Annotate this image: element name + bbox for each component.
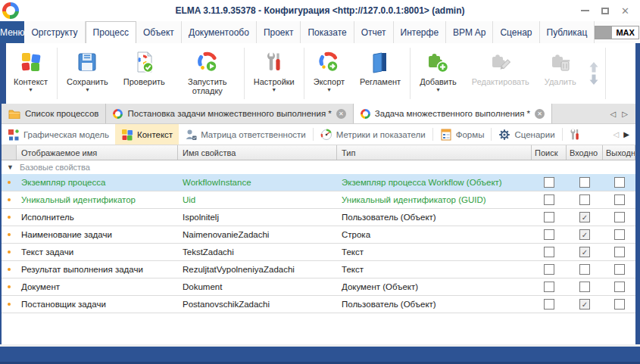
menu-tab-label: Отчет	[361, 27, 386, 38]
property-name-cell: Dokument	[178, 278, 337, 295]
tab-tools-partial[interactable]	[564, 124, 586, 145]
output-checkbox[interactable]	[614, 247, 625, 257]
table-row[interactable]: Текст задачи TekstZadachi Текст	[2, 244, 635, 261]
menu-tab[interactable]: Сценар	[493, 21, 539, 43]
table-row[interactable]: Результат выполнения задачи RezuljtatVyp…	[2, 261, 635, 278]
max-toggle[interactable]: MAX	[595, 26, 638, 39]
add-button[interactable]: Добавить ▾	[412, 43, 464, 104]
menu-tab[interactable]: Проект	[257, 21, 301, 43]
diagram-icon	[8, 129, 20, 141]
menu-button[interactable]: Меню	[0, 21, 24, 43]
output-checkbox[interactable]	[614, 177, 625, 188]
table-row[interactable]: Документ Dokument Документ (Объект)	[2, 278, 635, 296]
header-property-name[interactable]: Имя свойства	[178, 145, 337, 160]
context-button[interactable]: Контекст ▾	[6, 43, 55, 104]
output-checkbox[interactable]	[614, 264, 625, 275]
reorder-arrows	[584, 43, 604, 104]
input-cell	[567, 191, 603, 208]
input-checkbox[interactable]	[579, 247, 590, 257]
input-checkbox[interactable]	[579, 177, 590, 188]
tab-forms[interactable]: Формы	[434, 124, 491, 145]
display-name-cell: Наименование задачи	[17, 226, 178, 243]
menu-tab[interactable]: Отчет	[354, 21, 394, 43]
group-label: Базовые свойства	[20, 163, 90, 172]
search-checkbox[interactable]	[544, 264, 554, 275]
save-button[interactable]: Сохранить ▾	[59, 43, 116, 104]
menu-tab[interactable]: Публикац	[540, 21, 595, 43]
tab-metrics[interactable]: Метрики и показатели	[314, 124, 432, 145]
header-display-name[interactable]: Отображаемое имя	[17, 145, 178, 160]
output-checkbox[interactable]	[614, 194, 625, 205]
search-checkbox[interactable]	[544, 282, 554, 292]
search-checkbox[interactable]	[544, 177, 554, 188]
menu-tab[interactable]: Показате	[301, 21, 354, 43]
export-button[interactable]: Экспорт ▾	[306, 43, 352, 104]
search-checkbox[interactable]	[544, 229, 554, 240]
output-checkbox[interactable]	[614, 282, 625, 292]
table-row[interactable]: Исполнитель Ispolnitelj Пользователь (Об…	[2, 209, 635, 226]
input-checkbox[interactable]	[579, 194, 590, 205]
input-checkbox[interactable]	[579, 282, 590, 292]
subtabs-scroll-left-icon[interactable]: ◁	[613, 130, 620, 138]
doc-tab-process-2[interactable]: Задача множественного выполнения * ✕	[354, 104, 552, 123]
menu-tab[interactable]: BPM Ap	[446, 21, 493, 43]
header-search[interactable]: Поиск	[532, 145, 567, 160]
table-row[interactable]: Экземпляр процесса WorkflowInstance Экзе…	[2, 174, 635, 191]
export-label: Экспорт	[314, 77, 345, 86]
reglament-button[interactable]: Регламент	[352, 43, 408, 104]
doc-tab-process-1[interactable]: Постановка задачи множественного выполне…	[106, 104, 353, 123]
minimize-button[interactable]	[581, 10, 589, 11]
menu-tab-label: Показате	[308, 27, 346, 38]
menu-tab[interactable]: Интерфе	[394, 21, 447, 43]
settings-button[interactable]: Настройки ▾	[246, 43, 302, 104]
doc-tab-process-list[interactable]: Список процессов	[2, 104, 106, 123]
search-checkbox[interactable]	[544, 247, 554, 257]
collapse-triangle-icon[interactable]: ▼	[7, 163, 14, 171]
input-checkbox[interactable]	[579, 264, 590, 275]
tools-icon	[570, 129, 580, 141]
input-checkbox[interactable]	[579, 212, 590, 222]
search-checkbox[interactable]	[544, 212, 554, 222]
doc-tabs-scroll-left-icon[interactable]: ◁	[610, 110, 617, 118]
table-row[interactable]: Уникальный идентификатор Uid Уникальный …	[2, 191, 635, 209]
close-tab-icon[interactable]: ✕	[336, 109, 346, 119]
run-debug-button[interactable]: Запустить отладку	[173, 43, 242, 104]
close-tab-icon[interactable]: ✕	[535, 109, 545, 119]
output-checkbox[interactable]	[614, 299, 625, 310]
check-button[interactable]: Проверить	[116, 43, 173, 104]
puzzle-icon	[121, 129, 133, 141]
header-output[interactable]: Выходн	[603, 145, 635, 160]
menu-tab[interactable]: Оргструкту	[24, 21, 85, 43]
menu-tab[interactable]: Документообо	[182, 21, 257, 43]
modified-dot-icon	[8, 181, 11, 184]
row-indicator-cell	[2, 174, 17, 191]
input-checkbox[interactable]	[579, 229, 590, 240]
tab-graphic-model[interactable]: Графическая модель	[2, 124, 115, 145]
type-cell: Текст	[337, 244, 532, 260]
search-checkbox[interactable]	[544, 194, 554, 205]
header-type[interactable]: Тип	[337, 145, 532, 160]
subtabs-scroll-right-icon[interactable]: ▶	[623, 130, 629, 138]
tab-context[interactable]: Контекст	[115, 124, 179, 145]
output-checkbox[interactable]	[614, 229, 625, 240]
output-checkbox[interactable]	[614, 212, 625, 222]
tab-responsibility-matrix[interactable]: Матрица ответственности	[179, 124, 312, 145]
table-row[interactable]: Постановщик задачи PostanovschikZadachi …	[2, 296, 635, 313]
display-name-cell: Исполнитель	[17, 209, 178, 226]
menu-tab[interactable]: Процесс	[86, 21, 136, 43]
input-checkbox[interactable]	[579, 299, 590, 310]
group-row-base-properties[interactable]: ▼ Базовые свойства	[2, 160, 635, 174]
tab-scripts[interactable]: Сценарии	[492, 124, 560, 145]
doc-tabs-scroll-right-icon[interactable]: ▷	[622, 110, 628, 118]
max-toggle-label: MAX	[612, 26, 638, 39]
close-button[interactable]: ✕	[621, 6, 629, 16]
table-row[interactable]: Наименование задачи NaimenovanieZadachi …	[2, 226, 635, 244]
property-name-cell: Uid	[178, 191, 337, 208]
type-cell: Пользователь (Объект)	[337, 209, 532, 226]
elma-ring-icon	[361, 109, 370, 119]
header-input[interactable]: Входно	[567, 145, 603, 160]
search-cell	[532, 191, 567, 208]
menu-tab[interactable]: Объект	[136, 21, 182, 43]
maximize-button[interactable]	[601, 8, 609, 14]
search-checkbox[interactable]	[544, 299, 554, 310]
